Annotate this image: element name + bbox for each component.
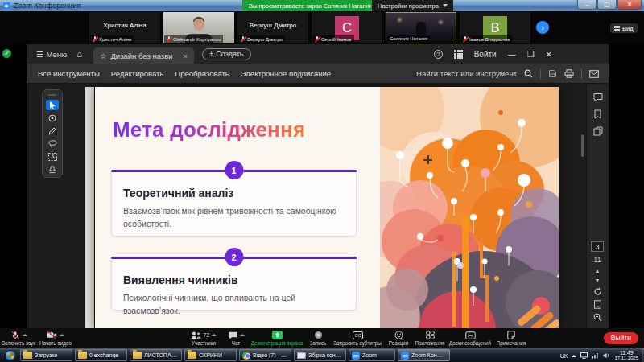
acrobat-minimize-icon[interactable]: — [508, 50, 516, 59]
comments-panel-icon[interactable] [593, 93, 603, 102]
card-heading: Виявлення чинників [123, 274, 345, 286]
tray-expand-icon[interactable] [572, 355, 576, 357]
next-page-icon[interactable]: ▼ [595, 278, 601, 283]
taskbar-button-folder[interactable]: 0 exchange [75, 349, 127, 361]
language-indicator[interactable]: UK [560, 353, 568, 359]
record-icon [314, 331, 323, 339]
participant-tile[interactable]: Веркуш Дмитро Веркуш Дмитро [237, 12, 308, 43]
unmute-button[interactable]: Включить звук [0, 329, 37, 347]
bookmarks-panel-icon[interactable] [593, 109, 602, 119]
start-button[interactable] [5, 350, 16, 361]
notes-icon [507, 331, 515, 339]
close-button[interactable]: ✕ [617, 0, 642, 10]
taskbar-button-folder[interactable]: ЛИСТОПАД 2025... [130, 349, 182, 361]
participant-label: Соляник Наталія [387, 35, 430, 42]
video-options-caret[interactable] [60, 334, 64, 336]
sign-pen-tool-icon[interactable] [46, 125, 59, 136]
stamp-tool-icon[interactable] [46, 164, 59, 175]
maximize-button[interactable]: ▢ [597, 0, 617, 10]
participant-tile-active-sharer[interactable]: Соляник Наталія [386, 12, 456, 43]
current-page-input[interactable]: 3 [591, 241, 604, 252]
tab-close-icon[interactable]: × [184, 51, 188, 60]
chevron-down-icon [443, 4, 448, 7]
next-participants-button[interactable]: › [536, 21, 549, 34]
apps-icon [426, 331, 435, 339]
tool-esign[interactable]: Электронное подписание [241, 69, 331, 78]
notes-button[interactable]: Примечания [494, 329, 528, 347]
participant-tile[interactable]: Христич Аліна Христич Аліна [89, 12, 160, 43]
captions-button[interactable]: CC Запросить субтитры [332, 329, 383, 347]
chat-caret[interactable] [240, 334, 245, 336]
taskbar-button-zoom-meeting[interactable]: zm Zoom Конферен... [398, 349, 450, 361]
card-number-badge: 2 [225, 248, 243, 266]
vertical-scrollbar[interactable] [581, 134, 584, 157]
acrobat-titlebar: ☰ Меню ⌂ ☆ Дизайн без назви × + Создать … [27, 44, 609, 64]
acrobat-close-icon[interactable]: ✕ [546, 50, 552, 59]
zoom-in-icon[interactable] [593, 313, 602, 322]
record-button[interactable]: Запись [306, 329, 330, 347]
apps-grid-icon[interactable] [454, 50, 463, 59]
card-body: Взаємозв’язок між рівнем тривожності та … [123, 205, 345, 231]
tray-date: 17.11.2025 [614, 356, 638, 361]
plus-icon: + [209, 50, 213, 58]
whiteboards-button[interactable]: Доски сообщений [448, 329, 493, 347]
volume-tray-icon[interactable] [603, 352, 610, 359]
svg-text:CC: CC [354, 333, 361, 338]
network-tray-icon[interactable] [592, 352, 599, 359]
participant-tile[interactable]: B Іванов Владислав [460, 12, 530, 43]
chat-button[interactable]: Чат [224, 329, 248, 347]
home-icon[interactable]: ⌂ [76, 49, 82, 59]
select-tool-icon[interactable] [46, 100, 59, 110]
participant-tile[interactable]: Oleksandr Kupriyanov [163, 12, 234, 43]
participants-caret[interactable] [212, 334, 217, 336]
acrobat-toolbar: Все инструменты Редактировать Преобразов… [27, 64, 609, 84]
clock[interactable]: 11:49 17.11.2025 [614, 350, 638, 362]
pages-panel-icon[interactable] [593, 126, 603, 136]
view-settings-button[interactable]: Настройки просмотра [372, 0, 453, 11]
menu-button[interactable]: ☰ Меню [36, 50, 67, 59]
help-icon[interactable]: ? [434, 50, 443, 59]
mic-options-caret[interactable] [23, 334, 27, 336]
taskbar-button-folder[interactable]: Загрузки [20, 349, 72, 361]
tool-all-tools[interactable]: Все инструменты [38, 69, 100, 78]
apps-button[interactable]: Приложения [414, 329, 446, 347]
mail-icon[interactable] [589, 70, 599, 78]
start-video-button[interactable]: Начать видео [37, 329, 74, 347]
display-tray-icon[interactable] [580, 352, 588, 359]
window-title: Zoom Конференция [14, 2, 80, 10]
view-button[interactable]: Вид [610, 23, 638, 33]
participant-name: Веркуш Дмитро [237, 22, 308, 29]
taskbar-button-folder[interactable]: СКРИНИ [184, 349, 237, 361]
participants-button[interactable]: 72 Участники [185, 329, 222, 347]
minimize-button[interactable]: – [577, 0, 597, 10]
create-button[interactable]: + Создать [202, 48, 250, 60]
window-controls: – ▢ ✕ [576, 0, 642, 10]
lasso-tool-icon[interactable] [46, 138, 59, 149]
search-label[interactable]: Найти текст или инструмент [416, 69, 517, 78]
camera-off-icon [47, 331, 57, 339]
comment-tool-icon[interactable] [46, 113, 59, 123]
smiley-icon [394, 331, 403, 339]
card-body: Психологічні чинники, що впливають на це… [123, 292, 345, 318]
sign-in-button[interactable]: Войти [474, 50, 497, 59]
print-icon[interactable] [564, 69, 574, 78]
add-text-tool-icon[interactable]: A [46, 151, 59, 162]
acrobat-restore-icon[interactable]: ❐ [527, 50, 535, 59]
taskbar-button-browser[interactable]: Відео (7) - scienc... [239, 349, 291, 361]
share-screen-button[interactable]: Демонстрация экрана [250, 329, 304, 347]
document-tab[interactable]: ☆ Дизайн без назви × [93, 47, 194, 64]
reactions-button[interactable]: Реакции [385, 329, 412, 347]
participant-tile[interactable]: C Сергій Іванов [312, 12, 382, 43]
share-screen-icon [272, 331, 283, 339]
fit-page-icon[interactable] [593, 300, 602, 309]
palette-grip[interactable] [48, 94, 56, 96]
tool-convert[interactable]: Преобразовать [175, 69, 229, 78]
taskbar-button-zoom[interactable]: zm Zoom [349, 349, 395, 361]
taskbar-button-document[interactable]: Збірка конферен... [294, 349, 346, 361]
tool-edit[interactable]: Редактировать [111, 69, 164, 78]
previous-page-icon[interactable]: ▲ [595, 268, 601, 274]
save-icon[interactable] [548, 69, 557, 78]
search-icon[interactable] [524, 69, 533, 78]
rotate-page-icon[interactable] [593, 287, 602, 296]
leave-button[interactable]: Выйти [604, 332, 638, 344]
